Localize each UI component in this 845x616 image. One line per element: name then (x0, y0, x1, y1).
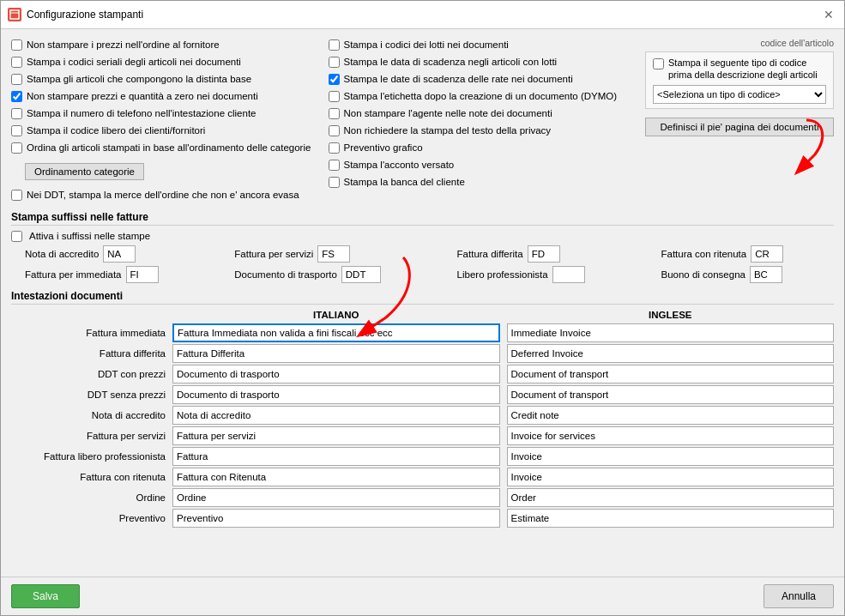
suffix-input-2[interactable] (528, 245, 560, 263)
suffix-buono-consegna: Buono di consegna (661, 266, 834, 283)
row-inglese-4[interactable] (507, 406, 835, 425)
row-inglese-2[interactable] (507, 365, 835, 383)
stamp-codice-check[interactable] (653, 58, 664, 69)
col-italiano-header: ITALIANO (172, 310, 500, 320)
row-label-5: Fattura per servizi (11, 431, 166, 441)
main-content: Non stampare i prezzi nell'ordine al for… (1, 29, 844, 577)
checkbox-row-6: Stampa il codice libero dei clienti/forn… (11, 124, 318, 138)
suffix-fattura-servizi: Fattura per servizi (234, 245, 431, 263)
ordinamento-button[interactable]: Ordinamento categorie (25, 163, 144, 180)
row-inglese-6[interactable] (507, 447, 835, 466)
row-italiano-9[interactable] (172, 509, 500, 528)
close-button[interactable]: ✕ (820, 6, 837, 23)
suffix-input-1[interactable] (317, 245, 350, 263)
row-inglese-9[interactable] (507, 509, 835, 528)
cb15-check[interactable] (329, 160, 340, 171)
table-row: Fattura immediata (11, 323, 834, 342)
annulla-button[interactable]: Annulla (764, 584, 834, 608)
cb7-check[interactable] (11, 142, 22, 154)
suffix-libero-professionista: Libero professionista (457, 266, 636, 283)
cb13-label: Non richiedere la stampa del testo della… (344, 124, 552, 137)
row-italiano-7[interactable] (172, 468, 500, 486)
checkbox-row-9: Stampa le data di scadenza negli articol… (329, 55, 636, 69)
cb12-check[interactable] (329, 108, 340, 119)
suffissi-title: Stampa suffissi nelle fatture (11, 211, 834, 226)
suffix-input-6[interactable] (552, 266, 585, 283)
row-italiano-8[interactable] (172, 488, 500, 507)
cb10-label: Stampa le date di scadenza delle rate ne… (344, 73, 573, 86)
row-inglese-8[interactable] (507, 488, 835, 507)
stamp-codice-label: Stampa il seguente tipo di codice prima … (668, 57, 826, 82)
intestazioni-header: ITALIANO INGLESE (11, 310, 834, 320)
row-italiano-3[interactable] (172, 385, 500, 404)
suffix-input-5[interactable] (341, 266, 381, 283)
cb11-check[interactable] (329, 91, 340, 102)
table-row: Fattura differita (11, 344, 834, 363)
suffix-label-7: Buono di consegna (661, 269, 745, 280)
row-label-9: Preventivo (11, 513, 166, 523)
cb16-check[interactable] (329, 177, 340, 188)
row-inglese-7[interactable] (507, 468, 835, 486)
suffix-input-3[interactable] (751, 245, 783, 263)
attiva-suffissi-check[interactable] (11, 231, 22, 242)
cb3-check[interactable] (11, 74, 22, 85)
row-inglese-5[interactable] (507, 426, 835, 445)
row-inglese-3[interactable] (507, 385, 835, 404)
cb10-check[interactable] (329, 74, 340, 85)
suffix-label-5: Documento di trasporto (234, 269, 337, 280)
cb1-check[interactable] (11, 39, 22, 51)
row-label-1: Fattura differita (11, 348, 166, 359)
row-inglese-1[interactable] (507, 344, 835, 363)
row-label-8: Ordine (11, 492, 166, 503)
app-icon (8, 8, 21, 21)
row-italiano-0[interactable] (172, 323, 500, 342)
nei-ddt-row: Nei DDT, stampa la merce dell'ordine che… (11, 188, 318, 202)
checkbox-row-7: Ordina gli articoli stampati in base all… (11, 141, 318, 155)
checkbox-row-4: Non stampare prezzi e quantità a zero ne… (11, 89, 318, 104)
checkbox-col1: Non stampare i prezzi nell'ordine al for… (11, 38, 318, 202)
cb13-check[interactable] (329, 125, 340, 136)
row-italiano-5[interactable] (172, 426, 500, 445)
table-row: Fattura per servizi (11, 426, 834, 445)
definisci-button[interactable]: Definisci il pie' pagina dei documenti (645, 118, 834, 136)
svg-rect-0 (10, 10, 19, 19)
row-inglese-0[interactable] (507, 323, 835, 342)
cb8-check[interactable] (329, 39, 340, 51)
suffix-input-0[interactable] (103, 245, 136, 263)
row-italiano-2[interactable] (172, 365, 500, 383)
codice-type-select[interactable]: <Seleziona un tipo di codice> (653, 85, 826, 104)
cb2-check[interactable] (11, 57, 22, 68)
nei-ddt-check[interactable] (11, 190, 22, 201)
row-label-6: Fattura libero professionista (11, 451, 166, 462)
cb14-check[interactable] (329, 142, 340, 154)
checkbox-col2: Stampa i codici dei lotti nei documenti … (329, 38, 636, 202)
suffix-fattura-immediata: Fattura per immediata (25, 266, 208, 283)
suffix-input-4[interactable] (126, 266, 159, 283)
right-panel: codice dell'articolo Stampa il seguente … (645, 38, 834, 202)
salva-button[interactable]: Salva (11, 584, 80, 608)
cb15-label: Stampa l'acconto versato (344, 159, 455, 172)
cb4-check[interactable] (11, 91, 22, 102)
checkbox-row-15: Stampa l'acconto versato (329, 158, 636, 172)
checkbox-row-8: Stampa i codici dei lotti nei documenti (329, 38, 636, 52)
table-row: Ordine (11, 488, 834, 507)
suffix-input-7[interactable] (750, 266, 782, 283)
row-italiano-4[interactable] (172, 406, 500, 425)
cb9-check[interactable] (329, 57, 340, 68)
cb8-label: Stampa i codici dei lotti nei documenti (344, 39, 509, 51)
row-italiano-1[interactable] (172, 344, 500, 363)
cb6-label: Stampa il codice libero dei clienti/forn… (27, 124, 205, 137)
cb11-label: Stampa l'etichetta dopo la creazione di … (344, 90, 618, 103)
cb5-check[interactable] (11, 108, 22, 119)
intestazioni-section: Intestazioni documenti ITALIANO INGLESE … (11, 290, 834, 529)
suffix-nota-accredito: Nota di accredito (25, 245, 208, 263)
row-italiano-6[interactable] (172, 447, 500, 466)
cb12-label: Non stampare l'agente nelle note dei doc… (344, 107, 552, 120)
checkbox-row-1: Non stampare i prezzi nell'ordine al for… (11, 38, 318, 52)
cb3-label: Stampa gli articoli che compongono la di… (27, 73, 251, 86)
table-row: Fattura libero professionista (11, 447, 834, 466)
suffix-label-4: Fattura per immediata (25, 269, 122, 280)
cb7-label: Ordina gli articoli stampati in base all… (27, 142, 311, 154)
cb6-check[interactable] (11, 125, 22, 136)
suffix-documento-trasporto: Documento di trasporto (234, 266, 431, 283)
